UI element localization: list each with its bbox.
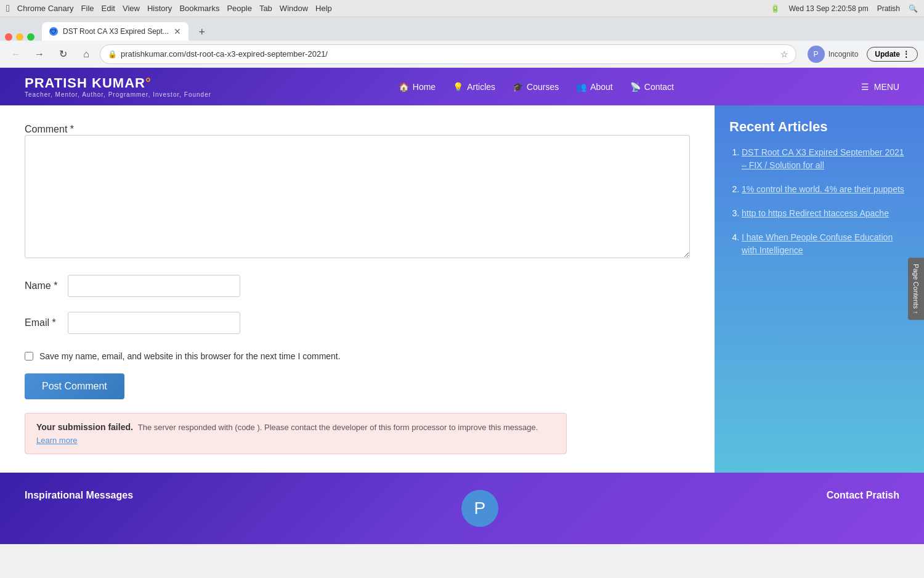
courses-nav-icon: 🎓 (513, 82, 523, 92)
incognito-label: Incognito (829, 50, 859, 59)
datetime: Wed 13 Sep 2:20:58 pm (788, 4, 868, 13)
reload-button[interactable]: ↻ (53, 44, 73, 64)
about-nav-icon: 👥 (576, 82, 586, 92)
sidebar: Recent Articles DST Root CA X3 Expired S… (715, 105, 924, 473)
mac-bar-left:  Chrome Canary File Edit View History B… (6, 3, 462, 14)
recent-article-link-1[interactable]: DST Root CA X3 Expired September 2021 – … (742, 147, 904, 170)
list-item: http to https Redirect htaccess Apache (742, 207, 909, 220)
footer-inspirational: Inspirational Messages (25, 490, 133, 508)
username: Pratish (877, 4, 900, 13)
site-logo: PRATISH KUMAR° Teacher, Mentor, Author, … (25, 75, 211, 98)
site-header: PRATISH KUMAR° Teacher, Mentor, Author, … (0, 68, 924, 105)
window-close-btn[interactable] (5, 33, 12, 41)
save-info-row: Save my name, email, and website in this… (25, 351, 690, 361)
email-input[interactable] (68, 312, 240, 334)
update-menu-icon: ⋮ (902, 50, 910, 59)
mac-menu-file[interactable]: File (81, 4, 94, 13)
window-minimize-btn[interactable] (16, 33, 23, 41)
address-bar[interactable]: 🔒 pratishkumar.com/dst-root-ca-x3-expire… (100, 44, 796, 64)
articles-nav-icon: 💡 (453, 82, 463, 92)
list-item: 1% control the world. 4% are their puppe… (742, 183, 909, 196)
new-tab-button[interactable]: + (193, 23, 211, 41)
update-button[interactable]: Update ⋮ (867, 47, 918, 62)
home-nav-icon: 🏠 (399, 82, 409, 92)
mac-menu-bookmarks[interactable]: Bookmarks (179, 4, 219, 13)
avatar: P (808, 46, 825, 63)
footer-contact-title: Contact Pratish (827, 490, 899, 501)
url-text[interactable]: pratishkumar.com/dst-root-ca-x3-expired-… (121, 49, 777, 59)
mac-menu-edit[interactable]: Edit (102, 4, 115, 13)
browser-tab-active[interactable]: DST Root CA X3 Expired Sept... ✕ (42, 22, 188, 41)
nav-contact[interactable]: 📡Contact (630, 82, 674, 92)
email-label: Email * (25, 317, 62, 328)
recent-article-link-3[interactable]: http to https Redirect htaccess Apache (742, 208, 889, 218)
nav-right-controls: P Incognito Update ⋮ (803, 43, 918, 65)
learn-more-link[interactable]: Learn more (36, 436, 555, 445)
nav-articles[interactable]: 💡Articles (453, 82, 495, 92)
recent-article-link-4[interactable]: I hate When People Confuse Education wit… (742, 232, 893, 255)
name-field-row: Name * (25, 275, 690, 297)
menu-hamburger-icon: ☰ (861, 82, 869, 92)
nav-about[interactable]: 👥About (576, 82, 613, 92)
comment-textarea[interactable] (25, 135, 690, 258)
mac-os-bar:  Chrome Canary File Edit View History B… (0, 0, 924, 17)
home-button[interactable]: ⌂ (76, 44, 96, 64)
mac-menu-view[interactable]: View (123, 4, 140, 13)
main-layout: Comment * Name * Email * Save my name, e… (0, 105, 924, 473)
post-comment-button[interactable]: Post Comment (25, 373, 124, 399)
chrome-tabs-bar: DST Root CA X3 Expired Sept... ✕ + (0, 17, 924, 41)
tab-close-btn[interactable]: ✕ (174, 26, 181, 36)
mac-menu-history[interactable]: History (147, 4, 172, 13)
list-item: DST Root CA X3 Expired September 2021 – … (742, 146, 909, 172)
mac-menu-help[interactable]: Help (315, 4, 332, 13)
battery-status: 🔋 (771, 4, 780, 13)
recent-article-link-2[interactable]: 1% control the world. 4% are their puppe… (742, 184, 904, 194)
chrome-nav-bar: ← → ↻ ⌂ 🔒 pratishkumar.com/dst-root-ca-x… (0, 41, 924, 68)
apple-icon[interactable]:  (6, 3, 10, 14)
search-icon[interactable]: 🔍 (909, 4, 918, 13)
recent-articles-list: DST Root CA X3 Expired September 2021 – … (729, 146, 909, 257)
mac-bar-right: 🔋 Wed 13 Sep 2:20:58 pm Pratish 🔍 (462, 4, 918, 13)
tab-title: DST Root CA X3 Expired Sept... (63, 27, 169, 36)
forward-button[interactable]: → (30, 44, 49, 64)
email-required-marker: * (52, 317, 55, 328)
footer-logo-area: P (461, 490, 498, 527)
comment-label: Comment * (25, 124, 74, 134)
page-contents-tab[interactable]: Page Contents ↑ (908, 258, 924, 320)
email-field-row: Email * (25, 312, 690, 334)
site-nav: 🏠Home 💡Articles 🎓Courses 👥About 📡Contact (399, 82, 674, 92)
window-maximize-btn[interactable] (27, 33, 34, 41)
sidebar-title: Recent Articles (729, 119, 909, 135)
list-item: I hate When People Confuse Education wit… (742, 231, 909, 257)
contact-nav-icon: 📡 (630, 82, 641, 92)
footer-contact: Contact Pratish (827, 490, 899, 508)
menu-button[interactable]: ☰ MENU (861, 82, 899, 92)
nav-home[interactable]: 🏠Home (399, 82, 436, 92)
footer-inspirational-title: Inspirational Messages (25, 490, 133, 501)
name-required-marker: * (54, 280, 57, 291)
update-label: Update (875, 50, 900, 59)
error-message: The server responded with (code ). Pleas… (138, 423, 538, 432)
comment-label-row: Comment * (25, 124, 690, 135)
incognito-button[interactable]: P Incognito (803, 43, 864, 65)
logo-subtitle: Teacher, Mentor, Author, Programmer, Inv… (25, 91, 211, 98)
save-info-checkbox[interactable] (25, 352, 33, 360)
tab-favicon (49, 27, 58, 36)
mac-menu-tab[interactable]: Tab (259, 4, 272, 13)
back-button[interactable]: ← (6, 44, 26, 64)
security-lock-icon: 🔒 (108, 50, 117, 59)
mac-app-name[interactable]: Chrome Canary (17, 4, 74, 13)
comment-required-marker: * (70, 124, 74, 134)
mac-menu-window[interactable]: Window (280, 4, 308, 13)
nav-courses[interactable]: 🎓Courses (513, 82, 559, 92)
logo-circle: ° (145, 75, 152, 91)
main-content: Comment * Name * Email * Save my name, e… (0, 105, 715, 473)
name-input[interactable] (68, 275, 240, 297)
name-label: Name * (25, 280, 62, 291)
error-title: Your submission failed. (36, 422, 133, 432)
bookmark-star-icon[interactable]: ☆ (780, 49, 788, 59)
mac-menu-people[interactable]: People (227, 4, 251, 13)
save-info-label: Save my name, email, and website in this… (39, 351, 341, 361)
site-footer: Inspirational Messages P Contact Pratish (0, 473, 924, 544)
logo-text: PRATISH KUMAR° (25, 75, 211, 91)
